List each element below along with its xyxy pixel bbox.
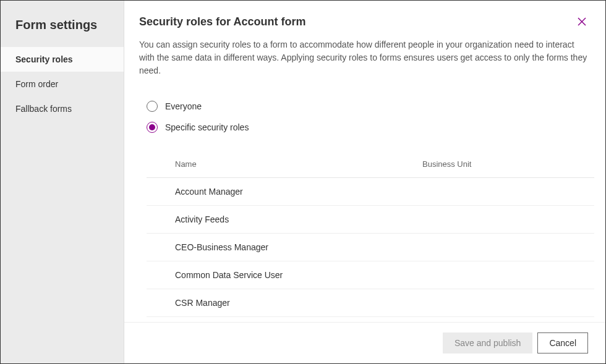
sidebar-item-fallback-forms[interactable]: Fallback forms bbox=[1, 96, 124, 121]
radio-label: Specific security roles bbox=[165, 122, 249, 132]
table-row[interactable]: CSR Manager bbox=[147, 289, 594, 317]
save-and-publish-button[interactable]: Save and publish bbox=[443, 332, 532, 353]
close-icon bbox=[577, 17, 587, 27]
cell-business-unit bbox=[422, 270, 594, 280]
cell-business-unit bbox=[422, 187, 594, 197]
page-title: Security roles for Account form bbox=[139, 15, 305, 28]
cell-name: Activity Feeds bbox=[175, 214, 422, 224]
radio-icon bbox=[147, 122, 158, 133]
sidebar-item-form-order[interactable]: Form order bbox=[1, 72, 124, 96]
sidebar-item-label: Form order bbox=[15, 79, 58, 89]
close-button[interactable] bbox=[576, 15, 588, 28]
cell-name: Common Data Service User bbox=[175, 270, 422, 280]
cell-name: CEO-Business Manager bbox=[175, 242, 422, 252]
column-name[interactable]: Name bbox=[175, 159, 422, 169]
cancel-button[interactable]: Cancel bbox=[537, 332, 588, 353]
radio-group: Everyone Specific security roles bbox=[124, 90, 605, 150]
sidebar-title: Form settings bbox=[1, 1, 124, 47]
cell-name: CSR Manager bbox=[175, 298, 422, 308]
radio-specific-roles[interactable]: Specific security roles bbox=[147, 117, 588, 138]
cell-business-unit bbox=[422, 214, 594, 224]
roles-table[interactable]: Name Business Unit Account Manager Activ… bbox=[147, 150, 594, 322]
radio-icon bbox=[147, 101, 158, 112]
cell-name: Account Manager bbox=[175, 187, 422, 197]
sidebar: Form settings Security roles Form order … bbox=[1, 1, 124, 363]
cell-business-unit bbox=[422, 298, 594, 308]
table-row[interactable]: CEO-Business Manager bbox=[147, 234, 594, 261]
cell-business-unit bbox=[422, 242, 594, 252]
sidebar-item-label: Security roles bbox=[15, 54, 73, 64]
table-row[interactable]: Account Manager bbox=[147, 178, 594, 206]
table-row[interactable]: Activity Feeds bbox=[147, 206, 594, 234]
table-header: Name Business Unit bbox=[147, 151, 594, 178]
table-row[interactable]: Common Data Service User bbox=[147, 261, 594, 289]
main-panel: Security roles for Account form You can … bbox=[124, 1, 605, 363]
sidebar-item-security-roles[interactable]: Security roles bbox=[1, 47, 124, 72]
radio-label: Everyone bbox=[165, 101, 202, 111]
sidebar-item-label: Fallback forms bbox=[15, 104, 72, 114]
column-business-unit[interactable]: Business Unit bbox=[422, 159, 594, 169]
footer: Save and publish Cancel bbox=[124, 322, 605, 363]
description-text: You can assign security roles to a form … bbox=[124, 38, 605, 90]
radio-everyone[interactable]: Everyone bbox=[147, 96, 588, 117]
